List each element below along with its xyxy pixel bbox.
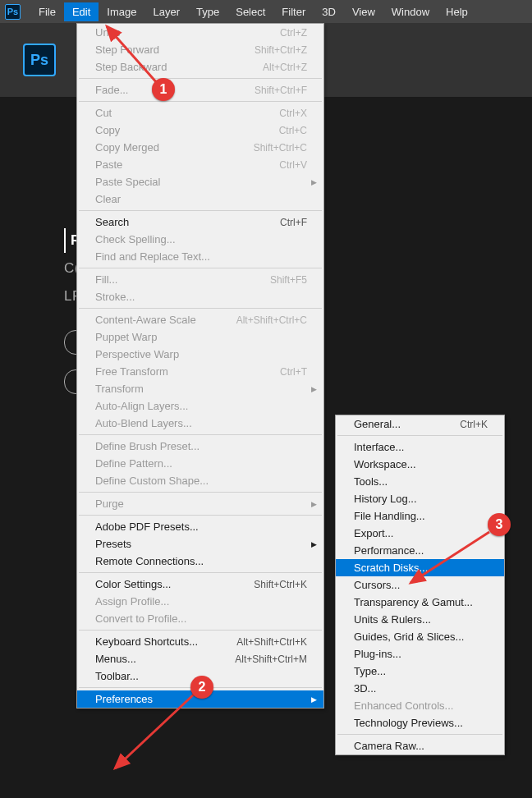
menu-item-label: Type...	[354, 665, 386, 677]
menu-layer[interactable]: Layer	[145, 2, 189, 21]
menu-item-label: General...	[354, 418, 401, 430]
menu-item-label: 3D...	[354, 682, 376, 695]
edit-item-cut: CutCtrl+X	[77, 104, 323, 122]
menu-item-label: Color Settings...	[95, 578, 172, 590]
prefs-item-guides-grid-slices[interactable]: Guides, Grid & Slices...	[336, 628, 504, 645]
edit-item-auto-blend-layers: Auto-Blend Layers...	[77, 415, 323, 432]
menu-item-label: Purge	[95, 498, 124, 510]
prefs-item-workspace[interactable]: Workspace...	[336, 456, 504, 473]
menu-item-label: Toolbar...	[95, 670, 139, 682]
menu-item-label: Auto-Align Layers...	[95, 400, 188, 412]
edit-item-keyboard-shortcuts[interactable]: Keyboard Shortcuts...Alt+Shift+Ctrl+K	[77, 633, 323, 650]
edit-separator	[79, 572, 322, 573]
menu-item-label: Convert to Profile...	[95, 612, 186, 625]
edit-item-fade: Fade...Shift+Ctrl+F	[77, 81, 323, 99]
edit-item-puppet-warp: Puppet Warp	[77, 328, 323, 346]
edit-separator	[79, 492, 322, 493]
edit-item-step-backward: Step BackwardAlt+Ctrl+Z	[77, 58, 323, 76]
menu-window[interactable]: Window	[383, 2, 438, 21]
prefs-item-technology-previews[interactable]: Technology Previews...	[336, 714, 504, 732]
edit-separator	[79, 434, 322, 435]
menu-item-label: Check Spelling...	[95, 233, 176, 245]
edit-item-define-pattern: Define Pattern...	[77, 455, 323, 472]
prefs-item-units-rulers[interactable]: Units & Rulers...	[336, 611, 504, 628]
menu-item-label: Undo	[95, 26, 121, 39]
menu-item-label: History Log...	[354, 493, 417, 505]
menu-item-label: Presets	[95, 538, 131, 550]
menu-item-shortcut: Alt+Ctrl+Z	[263, 62, 307, 73]
prefs-item-tools[interactable]: Tools...	[336, 473, 504, 490]
menu-item-shortcut: Shift+Ctrl+Z	[255, 44, 307, 56]
menu-item-shortcut: Ctrl+T	[280, 366, 307, 378]
menu-item-label: Puppet Warp	[95, 331, 157, 343]
prefs-item-interface[interactable]: Interface...	[336, 438, 504, 456]
prefs-item-camera-raw[interactable]: Camera Raw...	[336, 737, 504, 754]
menu-file[interactable]: File	[30, 2, 64, 21]
edit-item-content-aware-scale: Content-Aware ScaleAlt+Shift+Ctrl+C	[77, 311, 323, 328]
menu-item-label: Keyboard Shortcuts...	[95, 635, 198, 648]
prefs-item-cursors[interactable]: Cursors...	[336, 576, 504, 594]
menu-item-label: Adobe PDF Presets...	[95, 521, 199, 533]
menu-item-label: Performance...	[354, 544, 424, 557]
menu-type[interactable]: Type	[188, 2, 227, 21]
edit-item-menus[interactable]: Menus...Alt+Shift+Ctrl+M	[77, 650, 323, 667]
menu-item-label: Preferences	[95, 693, 153, 705]
menu-item-label: Define Custom Shape...	[95, 475, 209, 487]
edit-separator	[79, 101, 322, 102]
edit-item-paste: PasteCtrl+V	[77, 156, 323, 173]
edit-item-fill: Fill...Shift+F5	[77, 271, 323, 288]
menu-image[interactable]: Image	[99, 2, 144, 21]
edit-item-presets[interactable]: Presets▶	[77, 535, 323, 553]
prefs-item-performance[interactable]: Performance...	[336, 542, 504, 559]
menu-item-label: Tools...	[354, 475, 388, 488]
menu-item-shortcut: Shift+F5	[270, 274, 307, 286]
menu-item-label: Transform	[95, 383, 144, 395]
edit-item-search[interactable]: SearchCtrl+F	[77, 213, 323, 231]
menu-edit[interactable]: Edit	[64, 2, 99, 21]
prefs-item-history-log[interactable]: History Log...	[336, 490, 504, 507]
menu-item-shortcut: Ctrl+F	[280, 217, 307, 228]
menu-item-label: File Handling...	[354, 510, 425, 522]
menu-item-label: Step Forward	[95, 44, 159, 56]
prefs-item-type[interactable]: Type...	[336, 663, 504, 680]
prefs-item-export[interactable]: Export...	[336, 525, 504, 542]
menu-select[interactable]: Select	[227, 2, 273, 21]
edit-item-remote-connections[interactable]: Remote Connections...	[77, 553, 323, 570]
preferences-submenu: General...Ctrl+KInterface...Workspace...…	[335, 415, 505, 755]
edit-item-stroke: Stroke...	[77, 288, 323, 305]
prefs-item-enhanced-controls: Enhanced Controls...	[336, 697, 504, 714]
menu-item-shortcut: Shift+Ctrl+C	[254, 142, 307, 154]
menu-3d[interactable]: 3D	[314, 2, 344, 21]
menu-view[interactable]: View	[344, 2, 383, 21]
menu-item-label: Scratch Disks...	[354, 562, 428, 574]
prefs-item-file-handling[interactable]: File Handling...	[336, 507, 504, 525]
menu-item-shortcut: Alt+Shift+Ctrl+K	[236, 636, 307, 648]
menu-item-label: Workspace...	[354, 458, 416, 470]
prefs-item-general[interactable]: General...Ctrl+K	[336, 415, 504, 433]
edit-item-color-settings[interactable]: Color Settings...Shift+Ctrl+K	[77, 576, 323, 593]
menu-item-label: Cursors...	[354, 579, 400, 591]
edit-item-define-custom-shape: Define Custom Shape...	[77, 472, 323, 489]
submenu-arrow-icon: ▶	[311, 695, 317, 704]
edit-separator	[79, 630, 322, 631]
prefs-item-3d[interactable]: 3D...	[336, 680, 504, 697]
menu-item-label: Paste	[95, 158, 122, 171]
menu-item-label: Free Transform	[95, 365, 168, 378]
menu-item-label: Fade...	[95, 84, 128, 96]
submenu-arrow-icon: ▶	[311, 500, 317, 508]
menu-filter[interactable]: Filter	[273, 2, 314, 21]
edit-item-adobe-pdf-presets[interactable]: Adobe PDF Presets...	[77, 518, 323, 535]
edit-item-convert-to-profile: Convert to Profile...	[77, 610, 323, 627]
edit-item-transform: Transform▶	[77, 380, 323, 397]
ps-icon: Ps	[5, 4, 21, 20]
prefs-item-transparency-gamut[interactable]: Transparency & Gamut...	[336, 594, 504, 611]
menu-item-label: Auto-Blend Layers...	[95, 417, 192, 429]
callout-3: 3	[488, 513, 511, 536]
menu-item-label: Step Backward	[95, 61, 167, 73]
prefs-item-scratch-disks[interactable]: Scratch Disks...	[336, 559, 504, 576]
prefs-item-plug-ins[interactable]: Plug-ins...	[336, 645, 504, 663]
menu-item-label: Search	[95, 216, 129, 228]
menu-help[interactable]: Help	[438, 2, 476, 21]
menu-item-label: Remote Connections...	[95, 555, 204, 567]
menu-item-label: Define Brush Preset...	[95, 440, 200, 452]
